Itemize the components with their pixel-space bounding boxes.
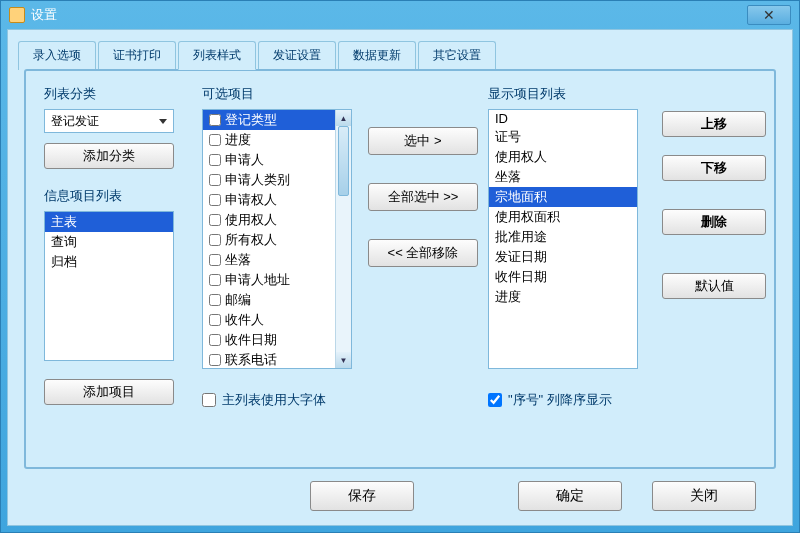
category-label: 列表分类 (44, 85, 184, 103)
item-checkbox[interactable] (209, 254, 221, 266)
list-item[interactable]: 联系电话 (203, 350, 335, 369)
select-all-button-label: 全部选中 >> (388, 188, 459, 206)
list-item[interactable]: 收件日期 (489, 267, 637, 287)
item-checkbox[interactable] (209, 134, 221, 146)
select-button[interactable]: 选中 > (368, 127, 478, 155)
close-label: 关闭 (690, 487, 718, 505)
item-checkbox[interactable] (209, 294, 221, 306)
item-checkbox[interactable] (209, 174, 221, 186)
settings-panel: 列表分类 登记发证 添加分类 信息项目列表 主表查询归档 添加项目 可选项目 登 (24, 69, 776, 469)
remove-all-button-label: << 全部移除 (388, 244, 459, 262)
item-checkbox[interactable] (209, 114, 221, 126)
large-font-label: 主列表使用大字体 (222, 391, 326, 409)
list-item[interactable]: 主表 (45, 212, 173, 232)
item-label: 联系电话 (225, 351, 277, 369)
item-label: 申请人类别 (225, 171, 290, 189)
app-icon (9, 7, 25, 23)
delete-button[interactable]: 删除 (662, 209, 766, 235)
item-label: 申请人地址 (225, 271, 290, 289)
list-item[interactable]: 证号 (489, 127, 637, 147)
list-item[interactable]: ID (489, 110, 637, 127)
seq-desc-checkbox[interactable] (488, 393, 502, 407)
item-label: 所有权人 (225, 231, 277, 249)
item-checkbox[interactable] (209, 234, 221, 246)
category-dropdown[interactable]: 登记发证 (44, 109, 174, 133)
info-item-listbox[interactable]: 主表查询归档 (44, 211, 174, 361)
scroll-thumb[interactable] (338, 126, 349, 196)
delete-label: 删除 (701, 213, 727, 231)
item-label: 登记类型 (225, 111, 277, 129)
list-item[interactable]: 查询 (45, 232, 173, 252)
tab-1[interactable]: 证书打印 (98, 41, 176, 70)
item-checkbox[interactable] (209, 274, 221, 286)
move-down-label: 下移 (701, 159, 727, 177)
tab-4[interactable]: 数据更新 (338, 41, 416, 70)
list-item[interactable]: 申请人 (203, 150, 335, 170)
list-item[interactable]: 宗地面积 (489, 187, 637, 207)
move-up-button[interactable]: 上移 (662, 111, 766, 137)
list-item[interactable]: 申请人地址 (203, 270, 335, 290)
scroll-up-icon[interactable]: ▲ (336, 110, 351, 126)
item-label: 收件人 (225, 311, 264, 329)
available-label: 可选项目 (202, 85, 362, 103)
item-label: 邮编 (225, 291, 251, 309)
list-item[interactable]: 坐落 (203, 250, 335, 270)
close-icon: ✕ (763, 7, 775, 23)
list-item[interactable]: 发证日期 (489, 247, 637, 267)
default-button[interactable]: 默认值 (662, 273, 766, 299)
item-checkbox[interactable] (209, 314, 221, 326)
tab-3[interactable]: 发证设置 (258, 41, 336, 70)
list-item[interactable]: 使用权面积 (489, 207, 637, 227)
default-label: 默认值 (695, 277, 734, 295)
move-down-button[interactable]: 下移 (662, 155, 766, 181)
tab-strip: 录入选项证书打印列表样式发证设置数据更新其它设置 (8, 30, 792, 69)
list-item[interactable]: 使用权人 (489, 147, 637, 167)
list-item[interactable]: 登记类型 (203, 110, 335, 130)
add-item-button[interactable]: 添加项目 (44, 379, 174, 405)
select-button-label: 选中 > (404, 132, 441, 150)
scrollbar[interactable]: ▲ ▼ (335, 110, 351, 368)
tab-2[interactable]: 列表样式 (178, 41, 256, 70)
list-item[interactable]: 申请人类别 (203, 170, 335, 190)
seq-desc-label: "序号" 列降序显示 (508, 391, 612, 409)
tab-0[interactable]: 录入选项 (18, 41, 96, 70)
list-item[interactable]: 收件人 (203, 310, 335, 330)
scroll-down-icon[interactable]: ▼ (336, 352, 351, 368)
add-category-label: 添加分类 (83, 147, 135, 165)
close-button[interactable]: 关闭 (652, 481, 756, 511)
list-item[interactable]: 邮编 (203, 290, 335, 310)
add-item-label: 添加项目 (83, 383, 135, 401)
item-label: 申请权人 (225, 191, 277, 209)
list-item[interactable]: 进度 (203, 130, 335, 150)
list-item[interactable]: 使用权人 (203, 210, 335, 230)
list-item[interactable]: 坐落 (489, 167, 637, 187)
remove-all-button[interactable]: << 全部移除 (368, 239, 478, 267)
window-title: 设置 (31, 6, 57, 24)
item-checkbox[interactable] (209, 214, 221, 226)
ok-button[interactable]: 确定 (518, 481, 622, 511)
list-item[interactable]: 进度 (489, 287, 637, 307)
item-checkbox[interactable] (209, 354, 221, 366)
available-items-listbox[interactable]: 登记类型进度申请人申请人类别申请权人使用权人所有权人坐落申请人地址邮编收件人收件… (202, 109, 352, 369)
window-close-button[interactable]: ✕ (747, 5, 791, 25)
add-category-button[interactable]: 添加分类 (44, 143, 174, 169)
display-label: 显示项目列表 (488, 85, 648, 103)
ok-label: 确定 (556, 487, 584, 505)
item-checkbox[interactable] (209, 334, 221, 346)
list-item[interactable]: 归档 (45, 252, 173, 272)
item-label: 申请人 (225, 151, 264, 169)
tab-5[interactable]: 其它设置 (418, 41, 496, 70)
list-item[interactable]: 所有权人 (203, 230, 335, 250)
list-item[interactable]: 申请权人 (203, 190, 335, 210)
list-item[interactable]: 收件日期 (203, 330, 335, 350)
bottom-button-bar: 保存 确定 关闭 (8, 481, 792, 511)
item-label: 使用权人 (225, 211, 277, 229)
item-checkbox[interactable] (209, 194, 221, 206)
save-button[interactable]: 保存 (310, 481, 414, 511)
item-checkbox[interactable] (209, 154, 221, 166)
select-all-button[interactable]: 全部选中 >> (368, 183, 478, 211)
list-item[interactable]: 批准用途 (489, 227, 637, 247)
save-label: 保存 (348, 487, 376, 505)
large-font-checkbox[interactable] (202, 393, 216, 407)
display-items-listbox[interactable]: ID证号使用权人坐落宗地面积使用权面积批准用途发证日期收件日期进度 (488, 109, 638, 369)
